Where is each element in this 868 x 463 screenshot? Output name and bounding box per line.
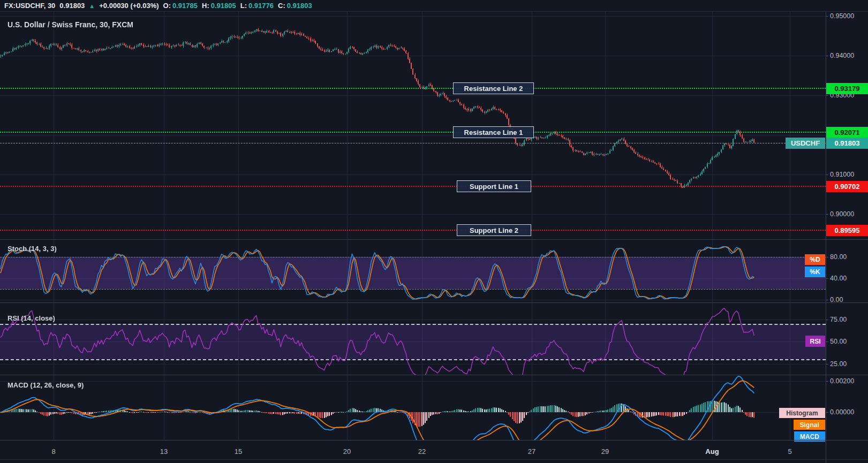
level-price-badge: 0.90702 <box>826 181 868 192</box>
current-price-badge: 0.91803 <box>826 138 868 149</box>
signal-badge: Signal <box>794 420 825 430</box>
panel-separator <box>0 375 868 375</box>
last-price: 0.91803 <box>59 2 85 10</box>
stoch-panel-title[interactable]: Stoch (14, 3, 3) <box>7 245 57 253</box>
level-label-box[interactable]: Resistance Line 2 <box>453 82 534 94</box>
level-label-box[interactable]: Support Line 2 <box>457 224 531 236</box>
time-axis-label: 29 <box>601 447 609 456</box>
rsi-panel-title[interactable]: RSI (14, close) <box>7 314 55 322</box>
level-price-badge: 0.92071 <box>826 127 868 138</box>
time-axis-label: 5 <box>788 447 791 456</box>
time-axis-label: 8 <box>51 447 55 456</box>
price-change: +0.00030 (+0.03%) <box>99 2 158 10</box>
rsi-axis-tick: 75.00 <box>830 316 847 323</box>
up-arrow-icon: ▲ <box>89 3 95 9</box>
macd-axis-tick: 0.00000 <box>830 408 854 416</box>
close-value: C:0.91803 <box>278 2 312 10</box>
symbol-price-label: USDCHF <box>786 138 825 149</box>
panel-separator <box>0 239 868 240</box>
stoch-k-badge: %K <box>805 267 825 277</box>
rsi-axis-tick: 25.00 <box>830 360 847 368</box>
macd-panel-title[interactable]: MACD (12, 26, close, 9) <box>7 381 84 389</box>
level-label-box[interactable]: Resistance Line 1 <box>453 126 534 138</box>
macd-axis-tick: 0.00200 <box>830 377 854 385</box>
level-price-badge: 0.93179 <box>826 83 868 94</box>
level-price-badge: 0.89595 <box>826 225 868 236</box>
price-axis-tick: 0.95000 <box>830 12 854 20</box>
time-axis-label: 15 <box>235 447 242 456</box>
histogram-badge: Histogram <box>779 408 825 418</box>
chart-canvas[interactable] <box>0 12 826 440</box>
stoch-axis-tick: 80.00 <box>830 253 847 261</box>
time-axis-label: 22 <box>418 447 426 456</box>
open-value: O:0.91785 <box>163 2 198 10</box>
price-axis-tick: 0.91000 <box>830 171 854 178</box>
price-axis-tick: 0.94000 <box>830 52 854 59</box>
panel-separator <box>0 302 868 303</box>
chart-title[interactable]: U.S. Dollar / Swiss Franc, 30, FXCM <box>7 20 133 29</box>
rsi-badge: RSI <box>805 336 825 347</box>
time-axis-label: Aug <box>705 447 719 456</box>
bottom-border <box>0 459 868 460</box>
price-axis-tick: 0.90000 <box>830 210 854 218</box>
time-axis-label: 27 <box>528 447 535 456</box>
stoch-d-badge: %D <box>805 254 825 265</box>
rsi-axis-tick: 50.00 <box>830 338 847 345</box>
time-axis-label: 13 <box>160 447 168 456</box>
high-value: H:0.91805 <box>202 2 236 10</box>
symbol-info-bar: FX:USDCHF, 30 0.91803 ▲ +0.00030 (+0.03%… <box>0 0 868 12</box>
trading-chart-app: FX:USDCHF, 30 0.91803 ▲ +0.00030 (+0.03%… <box>0 0 868 463</box>
panel-separator <box>0 440 868 441</box>
symbol-name[interactable]: FX:USDCHF, 30 <box>4 2 55 10</box>
level-label-box[interactable]: Support Line 1 <box>457 180 531 192</box>
stoch-axis-tick: 40.00 <box>830 275 847 282</box>
axis-separator <box>826 12 826 463</box>
time-axis-label: 20 <box>343 447 351 456</box>
low-value: L:0.91776 <box>240 2 274 10</box>
